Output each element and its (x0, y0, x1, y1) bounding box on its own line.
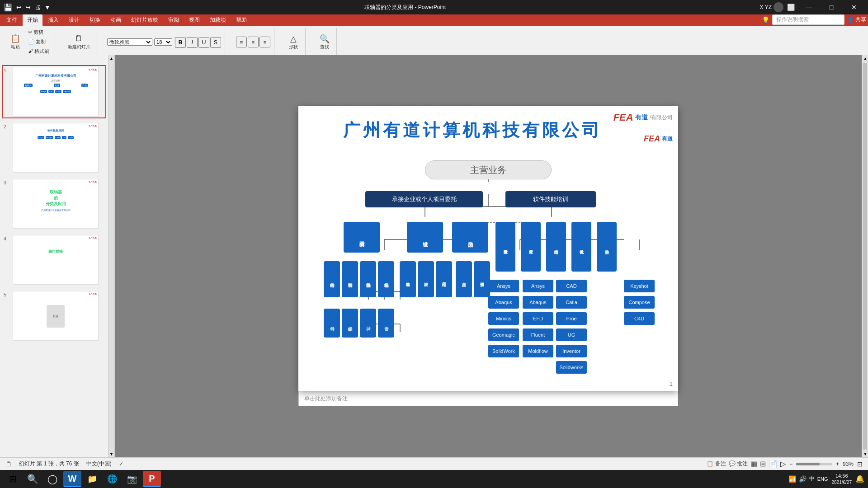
ribbon: 文件 开始 插入 设计 切换 动画 幻灯片放映 审阅 视图 加载项 帮助 💡 操… (0, 14, 868, 55)
volume-icon: 🔊 (799, 475, 807, 483)
fit-btn[interactable]: ⊡ (857, 460, 863, 468)
align-left-btn[interactable]: ≡ (236, 37, 247, 47)
tab-design[interactable]: 设计 (64, 14, 84, 26)
comments-btn[interactable]: 💬 批注 (729, 460, 748, 468)
cortana-btn[interactable]: ◯ (43, 471, 61, 487)
tab-slideshow[interactable]: 幻灯片放映 (127, 14, 163, 26)
ansys1-label: Ansys (497, 283, 510, 289)
shapes-btn[interactable]: △ 形状 (285, 33, 302, 51)
t-efd: EFD (523, 312, 553, 325)
align-center-btn[interactable]: ≡ (248, 37, 259, 47)
slide-num-1: 1 (4, 67, 11, 117)
explorer-btn[interactable]: 📁 (83, 471, 101, 487)
right-scrollbar[interactable]: ▲ ▼ (862, 55, 868, 457)
reading-view-btn[interactable]: 📄 (769, 460, 778, 468)
presenter-view-btn[interactable]: ▷ (780, 460, 786, 468)
t-ansys1: Ansys (488, 280, 519, 292)
maximize-btn[interactable]: □ (821, 0, 842, 14)
slide-num-4: 4 (4, 235, 11, 285)
slide-sorter-btn[interactable]: ⊞ (760, 460, 766, 468)
ime-indicator[interactable]: 中 (809, 475, 815, 483)
t-solidworks: Solidworks (556, 361, 587, 374)
find-btn[interactable]: 🔍 查找 (316, 33, 333, 51)
keyshot-label: Keyshot (630, 283, 648, 289)
tab-file[interactable]: 文件 (2, 14, 22, 26)
tab-view[interactable]: 视图 (184, 14, 204, 26)
clock[interactable]: 14:56 2021/6/27 (832, 473, 852, 485)
scroll-thumb-right[interactable] (863, 63, 867, 450)
tab-addins[interactable]: 加载项 (205, 14, 231, 26)
slide-preview-2: FEA有道 软件技能培训 Ansys Abaqus CAD UG Catia (13, 123, 99, 173)
quick-access[interactable]: ▼ (44, 4, 51, 11)
close-btn[interactable]: ✕ (844, 0, 864, 14)
format-painter-btn[interactable]: 🖌 格式刷 (26, 47, 51, 56)
browser-btn[interactable]: 🌐 (103, 471, 121, 487)
minimize-btn[interactable]: — (798, 0, 819, 14)
search-btn[interactable]: 🔍 (24, 471, 42, 487)
search-placeholder: 操作说明搜索 (776, 16, 809, 23)
strikethrough-btn[interactable]: S (210, 37, 221, 48)
undo-btn[interactable]: ↩ (16, 4, 22, 11)
start-btn[interactable]: ⊞ (4, 471, 22, 487)
slide-preview-5: FEA有道 机械 (13, 291, 99, 341)
scroll-up-right[interactable]: ▲ (862, 55, 868, 62)
underline-btn[interactable]: U (198, 37, 209, 48)
italic-btn[interactable]: I (187, 37, 198, 48)
redo-btn[interactable]: ↪ (25, 4, 31, 11)
save-btn[interactable]: 🖨 (34, 4, 41, 11)
tab-help[interactable]: 帮助 (231, 14, 251, 26)
notifications-btn[interactable]: 🔔 (855, 474, 864, 483)
sub-liuti: 流体热分析 (360, 261, 376, 297)
abaqus2-label: Abaqus (529, 300, 546, 305)
slide-thumb-2[interactable]: 2 FEA有道 软件技能培训 Ansys Abaqus CAD UG Catia (2, 121, 106, 174)
zoom-in-btn[interactable]: + (836, 461, 839, 467)
photo-btn[interactable]: 📷 (123, 471, 141, 487)
slide-thumb-5[interactable]: 5 FEA有道 机械 (2, 289, 106, 343)
scroll-up-btn[interactable]: ▲ (109, 56, 114, 61)
ansys2-label: Ansys (531, 283, 545, 289)
slide-canvas[interactable]: FEA 有道 /有限公司 FEA 有道 广州有道计算机科技有限公司 主营业务 承… (298, 106, 678, 391)
train-yixuefea: 医学有限元分析 (495, 222, 515, 272)
slide-panel: 1 FEA有道 广州有道计算机科技有限公司 主营业务 有限元 机械 产品 Ans… (0, 55, 108, 457)
new-slide-btn[interactable]: 🗒 新建幻灯片 (66, 33, 92, 51)
slide-num-5: 5 (4, 291, 11, 341)
copy-btn[interactable]: 📄 复制 (26, 38, 51, 46)
solidwork-label: SolidWork (492, 348, 515, 354)
ribbon-toggle[interactable]: ⬜ (785, 4, 797, 11)
normal-view-btn[interactable]: ▦ (750, 460, 757, 468)
tab-animation[interactable]: 动画 (106, 14, 126, 26)
sub-kouqiang: 口腔 (360, 309, 376, 338)
slide-thumb-4[interactable]: 4 FEA有道 轴向联接 (2, 233, 106, 286)
zoom-out-btn[interactable]: − (789, 461, 793, 467)
bold-btn[interactable]: B (175, 37, 186, 48)
ppt-app-btn[interactable]: P (143, 471, 161, 487)
ribbon-search-box[interactable]: 操作说明搜索 (772, 14, 844, 25)
date-display: 2021/6/27 (832, 479, 852, 485)
slide-count-icon: 🗒 (5, 460, 12, 468)
tab-transition[interactable]: 切换 (85, 14, 105, 26)
slide-thumb-3[interactable]: 3 FEA有道 联轴器的分类及应用 广州有道计算机科技有限公司 (2, 177, 106, 230)
title-text: 联轴器的分类及应用 - PowerPoint (364, 4, 446, 10)
slide-thumb-1[interactable]: 1 FEA有道 广州有道计算机科技有限公司 主营业务 有限元 机械 产品 Ans… (2, 65, 106, 118)
font-family-select[interactable]: 微软雅黑 (107, 38, 152, 46)
cut-btn[interactable]: ✂ 剪切 (26, 28, 51, 37)
word-app-btn[interactable]: W (63, 471, 81, 487)
font-size-select[interactable]: 18 (154, 38, 172, 46)
align-right-btn[interactable]: ≡ (259, 37, 270, 47)
tab-home[interactable]: 开始 (23, 14, 42, 26)
tab-review[interactable]: 审阅 (164, 14, 184, 26)
scroll-down-right[interactable]: ▼ (862, 450, 868, 457)
lang-indicator-taskbar[interactable]: ENG (817, 476, 828, 482)
paste-btn[interactable]: 📋 粘贴 (7, 33, 24, 51)
share-btn[interactable]: 👤 共享 (847, 16, 866, 23)
zoom-slider[interactable] (796, 463, 832, 465)
new-slide-icon: 🗒 (75, 34, 83, 43)
vertical-scroll-left[interactable]: ▲ ▼ (108, 55, 115, 457)
notes-btn[interactable]: 📋 备注 (707, 460, 726, 468)
product-box: 产品渲染 (452, 222, 488, 253)
scroll-down-btn[interactable]: ▼ (109, 451, 114, 456)
slide-num-3: 3 (4, 179, 11, 229)
catia-label: Catia (566, 300, 577, 305)
notes-area[interactable]: 单击此处添加备注 (298, 391, 678, 406)
tab-insert[interactable]: 插入 (43, 14, 63, 26)
